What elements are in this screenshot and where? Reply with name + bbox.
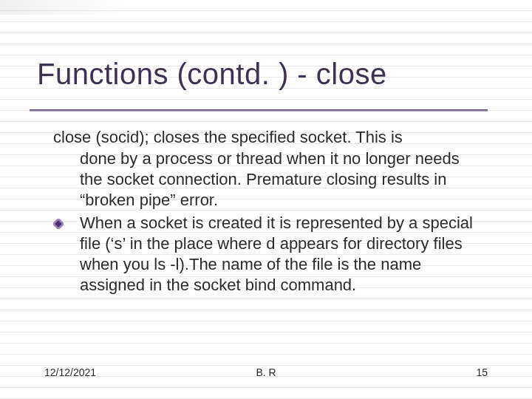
slide: Functions (contd. ) - close close (socid… — [0, 0, 532, 399]
paragraph-close-description-lead: close (socid); closes the specified sock… — [53, 127, 482, 148]
paragraph-socket-file: When a socket is created it is represent… — [80, 213, 482, 296]
diamond-marker-icon — [53, 213, 80, 229]
footer-author: B. R — [44, 366, 488, 378]
slide-title: Functions (contd. ) - close — [37, 58, 387, 91]
footer-slide-number: 15 — [476, 366, 488, 378]
paragraph-close-description-rest: done by a process or thread when it no l… — [80, 149, 482, 211]
title-underline — [30, 109, 488, 112]
slide-body: close (socid); closes the specified sock… — [53, 127, 482, 296]
slide-footer: 12/12/2021 B. R 15 — [44, 366, 488, 378]
bullet-item: When a socket is created it is represent… — [53, 213, 482, 296]
